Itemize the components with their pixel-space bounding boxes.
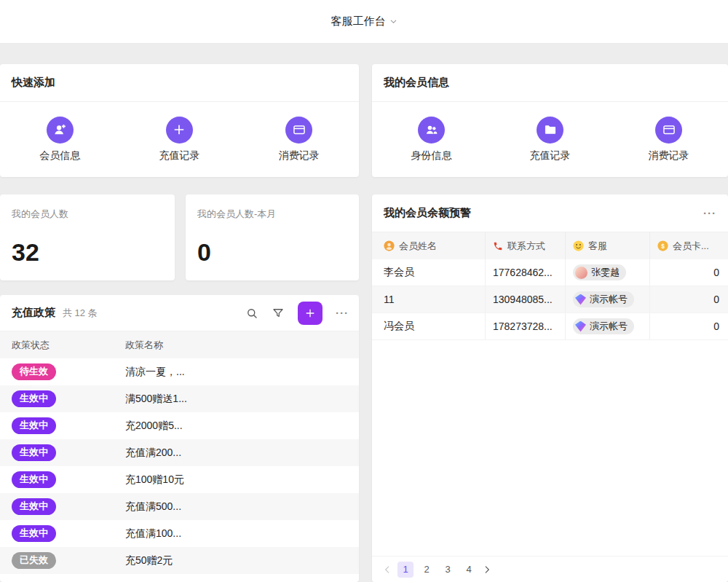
people-icon: [418, 117, 445, 143]
policy-table-header: 政策状态 政策名称: [0, 331, 359, 358]
avatar: [575, 294, 586, 305]
card-icon: [655, 117, 682, 143]
table-row[interactable]: 已失效 充50赠2元: [0, 547, 359, 574]
member-info-identity-label: 身份信息: [411, 149, 452, 162]
quick-add-recharge-record-label: 充值记录: [159, 149, 199, 162]
cell-member-name: 11: [372, 286, 486, 312]
workspace-switcher[interactable]: 客服工作台: [331, 15, 397, 28]
column-member-name[interactable]: 会员姓名: [372, 232, 486, 259]
column-policy-name[interactable]: 政策名称: [124, 339, 359, 352]
cell-agent: 张雯越: [566, 259, 650, 286]
status-badge: 待生效: [12, 363, 56, 380]
record-count: 共 12 条: [63, 307, 98, 320]
quick-add-member-info-label: 会员信息: [39, 149, 80, 162]
balance-alert-card: 我的会员余额预警 ··· 会员姓名 联系方式 客服: [372, 194, 728, 582]
policy-name: 充值满100...: [124, 527, 359, 540]
stat-value: 32: [12, 240, 163, 269]
chevron-down-icon: [389, 17, 397, 25]
agent-pill: 演示帐号: [573, 291, 634, 307]
status-badge: 生效中: [12, 417, 56, 433]
column-agent[interactable]: 客服: [566, 232, 650, 259]
column-label: 客服: [588, 240, 607, 253]
member-info-identity[interactable]: 身份信息: [372, 117, 491, 162]
table-row[interactable]: 生效中 满500赠送1...: [0, 385, 359, 412]
status-badge: 生效中: [12, 390, 56, 406]
table-row[interactable]: 冯会员 178273728... 演示帐号 0: [372, 313, 728, 340]
policy-name: 满500赠送1...: [124, 393, 359, 406]
search-icon[interactable]: [245, 307, 258, 320]
pagination-prev-icon[interactable]: [382, 565, 392, 575]
member-info-consume-record-label: 消费记录: [649, 149, 689, 162]
avatar: [575, 321, 586, 332]
balance-alert-title: 我的会员余额预警: [384, 206, 471, 220]
money-icon: $: [657, 240, 668, 251]
status-badge: 生效中: [12, 525, 56, 541]
column-member-card[interactable]: $ 会员卡...: [650, 232, 728, 259]
balance-table-header: 会员姓名 联系方式 客服 $ 会员卡...: [372, 232, 728, 259]
cell-member-name: 李会员: [372, 259, 486, 286]
column-policy-status[interactable]: 政策状态: [0, 339, 124, 352]
cell-balance: 0: [650, 286, 728, 312]
cell-member-name: 冯会员: [372, 313, 486, 339]
table-row[interactable]: 生效中 充值满100...: [0, 520, 359, 547]
column-label: 联系方式: [507, 240, 545, 253]
agent-pill: 演示帐号: [573, 318, 634, 334]
plus-icon: [166, 117, 193, 143]
plus-icon: [304, 307, 316, 319]
stat-label: 我的会员人数-本月: [197, 206, 347, 221]
pagination-page-3[interactable]: 3: [440, 562, 456, 578]
agent-name: 演示帐号: [590, 320, 628, 333]
stat-value: 0: [197, 240, 347, 269]
person-icon: [384, 240, 395, 251]
table-row[interactable]: 生效中 充值满200...: [0, 439, 359, 466]
quick-add-member-info[interactable]: 会员信息: [0, 117, 119, 162]
quick-add-recharge-record[interactable]: 充值记录: [119, 117, 239, 162]
more-icon[interactable]: ···: [336, 307, 349, 319]
smiley-icon: [573, 240, 584, 251]
pagination-page-2[interactable]: 2: [419, 562, 435, 578]
quick-add-consume-record[interactable]: 消费记录: [240, 117, 359, 162]
stat-card-member-count: 我的会员人数 32: [0, 194, 175, 280]
member-info-card: 我的会员信息 身份信息 充值记录 消费记录: [372, 64, 728, 177]
table-row[interactable]: 生效中 充值满500...: [0, 493, 359, 520]
folder-icon: [537, 117, 563, 143]
table-row[interactable]: 生效中 充2000赠5...: [0, 412, 359, 439]
more-icon[interactable]: ···: [703, 207, 716, 219]
add-record-button[interactable]: [298, 302, 323, 325]
filter-icon[interactable]: [272, 307, 285, 320]
recharge-policy-card: 充值政策 共 12 条 ··· 政策状态 政策名称: [0, 295, 359, 582]
status-badge: 生效中: [12, 471, 56, 487]
avatar: [575, 267, 587, 279]
table-row[interactable]: 李会员 177628462... 张雯越 0: [372, 259, 728, 286]
cell-contact: 178273728...: [486, 313, 566, 339]
stat-label: 我的会员人数: [12, 206, 163, 221]
agent-name: 张雯越: [591, 266, 620, 279]
table-row[interactable]: 生效中 充100赠10元: [0, 466, 359, 493]
policy-name: 充100赠10元: [124, 473, 359, 487]
table-row[interactable]: 待生效 清凉一夏，...: [0, 358, 359, 385]
pagination-page-4[interactable]: 4: [461, 562, 477, 578]
column-label: 会员姓名: [399, 240, 437, 253]
member-info-recharge-record[interactable]: 充值记录: [491, 117, 609, 162]
member-info-consume-record[interactable]: 消费记录: [609, 117, 728, 162]
agent-pill: 张雯越: [573, 264, 626, 280]
svg-text:$: $: [661, 243, 665, 250]
quick-add-card: 快速添加 会员信息 充值记录 消费记录: [0, 64, 359, 177]
pagination-next-icon[interactable]: [482, 565, 492, 575]
column-contact[interactable]: 联系方式: [486, 232, 566, 259]
table-row[interactable]: 11 130948085... 演示帐号 0: [372, 286, 728, 313]
cell-agent: 演示帐号: [566, 313, 650, 339]
cell-agent: 演示帐号: [566, 286, 650, 312]
pagination-page-1[interactable]: 1: [397, 562, 414, 578]
status-badge: 生效中: [12, 498, 56, 514]
policy-name: 充值满200...: [124, 447, 359, 460]
card-icon: [285, 117, 312, 143]
policy-name: 清凉一夏，...: [124, 366, 359, 379]
quick-add-title: 快速添加: [12, 76, 55, 90]
quick-add-consume-record-label: 消费记录: [279, 149, 320, 162]
policy-name: 充值满500...: [124, 500, 359, 514]
status-badge: 生效中: [12, 444, 56, 460]
policy-name: 充50赠2元: [124, 554, 359, 567]
status-badge: 已失效: [12, 552, 56, 568]
phone-icon: [493, 241, 503, 251]
